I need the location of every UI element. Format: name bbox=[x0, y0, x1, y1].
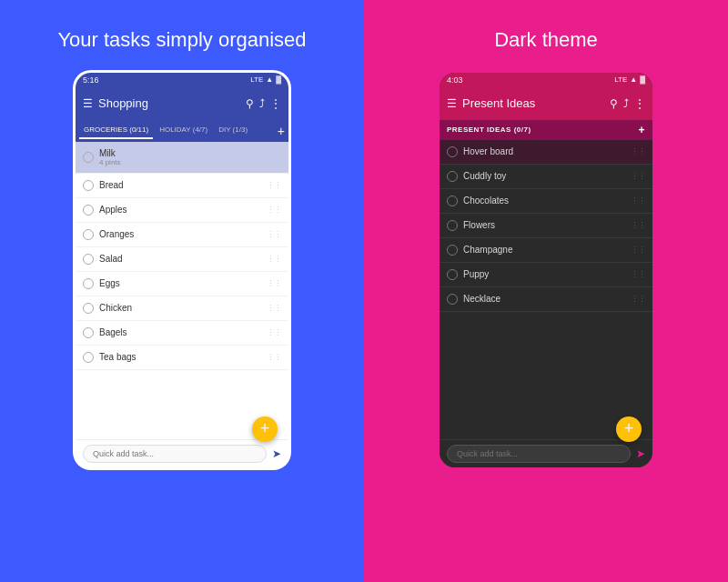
task-text-wrap: Bagels bbox=[99, 327, 261, 337]
left-share-icon[interactable]: ⤴ bbox=[259, 97, 265, 110]
task-circle[interactable] bbox=[447, 245, 458, 256]
task-circle[interactable] bbox=[83, 278, 94, 289]
task-circle[interactable] bbox=[447, 196, 458, 206]
task-name: Flowers bbox=[463, 220, 625, 230]
task-name: Eggs bbox=[99, 278, 261, 288]
task-item: Cuddly toy ⋮⋮ bbox=[440, 165, 652, 189]
task-text-wrap: Necklace bbox=[463, 294, 625, 304]
task-name: Hover board bbox=[463, 146, 625, 156]
right-status-time: 4:03 bbox=[447, 75, 463, 85]
right-lte-icon: LTE bbox=[614, 75, 627, 84]
task-text-wrap: Eggs bbox=[99, 278, 261, 288]
task-text-wrap: Champagne bbox=[463, 245, 625, 255]
drag-icon: ⋮⋮ bbox=[267, 153, 281, 162]
task-circle[interactable] bbox=[447, 269, 458, 280]
task-circle[interactable] bbox=[447, 146, 458, 157]
right-panel: Dark theme 4:03 LTE ▲ ▓ ☰ Present Ideas … bbox=[364, 0, 728, 582]
task-circle[interactable] bbox=[83, 303, 94, 314]
task-item: Milk 4 pints ⋮⋮ bbox=[76, 142, 288, 174]
left-panel: Your tasks simply organised 5:16 LTE ▲ ▓… bbox=[0, 0, 364, 582]
left-search-icon[interactable]: ⚲ bbox=[246, 97, 254, 110]
left-status-time: 5:16 bbox=[83, 75, 99, 85]
task-circle[interactable] bbox=[447, 294, 458, 305]
task-circle[interactable] bbox=[83, 152, 94, 163]
left-fab[interactable]: + bbox=[252, 416, 278, 442]
task-item: Necklace ⋮⋮ bbox=[440, 287, 652, 312]
task-name: Salad bbox=[99, 254, 261, 264]
left-task-list: Milk 4 pints ⋮⋮ Bread ⋮⋮ Apples bbox=[76, 142, 288, 439]
right-phone-bottom: ➤ bbox=[440, 439, 652, 467]
task-circle[interactable] bbox=[447, 171, 458, 182]
left-quick-add-input[interactable] bbox=[83, 445, 267, 463]
task-item: Chicken ⋮⋮ bbox=[76, 296, 288, 321]
right-app-bar-title: Present Ideas bbox=[462, 96, 604, 110]
drag-icon: ⋮⋮ bbox=[267, 255, 281, 264]
drag-icon: ⋮⋮ bbox=[631, 196, 645, 206]
right-list-add-icon[interactable]: + bbox=[638, 124, 645, 136]
left-send-icon[interactable]: ➤ bbox=[272, 447, 281, 460]
left-phone: 5:16 LTE ▲ ▓ ☰ Shopping ⚲ ⤴ ⋮ GROCERIES … bbox=[73, 70, 291, 470]
right-phone: 4:03 LTE ▲ ▓ ☰ Present Ideas ⚲ ⤴ ⋮ PRESE… bbox=[437, 70, 655, 470]
task-name: Puppy bbox=[463, 269, 625, 279]
drag-icon: ⋮⋮ bbox=[631, 221, 645, 230]
tab-diy[interactable]: DIY (1/3) bbox=[214, 122, 252, 139]
left-status-bar: 5:16 LTE ▲ ▓ bbox=[76, 73, 288, 87]
right-fab[interactable]: + bbox=[616, 416, 642, 442]
drag-icon: ⋮⋮ bbox=[267, 353, 281, 362]
drag-icon: ⋮⋮ bbox=[631, 246, 645, 255]
left-menu-icon[interactable]: ☰ bbox=[83, 97, 93, 110]
task-text-wrap: Hover board bbox=[463, 146, 625, 156]
right-list-container: Hover board ⋮⋮ Cuddly toy ⋮⋮ Chocolates bbox=[440, 140, 652, 467]
task-text-wrap: Milk 4 pints bbox=[99, 148, 261, 166]
task-circle[interactable] bbox=[83, 327, 94, 338]
drag-icon: ⋮⋮ bbox=[267, 304, 281, 313]
drag-icon: ⋮⋮ bbox=[631, 295, 645, 304]
task-circle[interactable] bbox=[83, 352, 94, 363]
task-item: Chocolates ⋮⋮ bbox=[440, 189, 652, 214]
task-circle[interactable] bbox=[83, 254, 94, 265]
task-circle[interactable] bbox=[83, 180, 94, 191]
right-search-icon[interactable]: ⚲ bbox=[610, 97, 618, 110]
task-circle[interactable] bbox=[447, 220, 458, 231]
task-name: Bagels bbox=[99, 327, 261, 337]
tab-groceries[interactable]: GROCERIES (0/11) bbox=[79, 122, 153, 139]
task-text-wrap: Chicken bbox=[99, 303, 261, 313]
task-name: Champagne bbox=[463, 245, 625, 255]
task-item: Flowers ⋮⋮ bbox=[440, 214, 652, 238]
right-menu-icon[interactable]: ☰ bbox=[447, 97, 457, 110]
task-item: Puppy ⋮⋮ bbox=[440, 263, 652, 287]
right-share-icon[interactable]: ⤴ bbox=[623, 97, 629, 110]
task-name: Cuddly toy bbox=[463, 171, 625, 181]
drag-icon: ⋮⋮ bbox=[267, 328, 281, 337]
task-name: Tea bags bbox=[99, 352, 261, 362]
right-battery-icon: ▓ bbox=[640, 75, 645, 84]
task-name: Milk bbox=[99, 148, 261, 158]
task-item: Hover board ⋮⋮ bbox=[440, 140, 652, 165]
task-item: Champagne ⋮⋮ bbox=[440, 238, 652, 263]
task-item: Eggs ⋮⋮ bbox=[76, 272, 288, 296]
task-name: Apples bbox=[99, 205, 261, 215]
left-panel-title: Your tasks simply organised bbox=[57, 27, 306, 54]
left-battery-icon: ▓ bbox=[276, 75, 281, 84]
right-more-icon[interactable]: ⋮ bbox=[634, 97, 645, 110]
task-text-wrap: Chocolates bbox=[463, 196, 625, 206]
task-text-wrap: Oranges bbox=[99, 229, 261, 239]
task-circle[interactable] bbox=[83, 205, 94, 216]
task-sub: 4 pints bbox=[99, 158, 261, 166]
left-phone-bottom: ➤ bbox=[76, 439, 288, 467]
task-item: Salad ⋮⋮ bbox=[76, 247, 288, 272]
right-quick-add-input[interactable] bbox=[447, 445, 631, 463]
task-name: Chicken bbox=[99, 303, 261, 313]
task-item: Oranges ⋮⋮ bbox=[76, 223, 288, 247]
left-add-tab-icon[interactable]: + bbox=[278, 124, 285, 138]
right-send-icon[interactable]: ➤ bbox=[636, 447, 645, 460]
left-lte-icon: LTE bbox=[250, 75, 263, 84]
left-app-bar: ☰ Shopping ⚲ ⤴ ⋮ bbox=[76, 87, 288, 120]
left-more-icon[interactable]: ⋮ bbox=[270, 97, 281, 110]
task-text-wrap: Salad bbox=[99, 254, 261, 264]
task-text-wrap: Tea bags bbox=[99, 352, 261, 362]
tab-holiday[interactable]: HOLIDAY (4/7) bbox=[155, 122, 212, 139]
task-circle[interactable] bbox=[83, 229, 94, 240]
task-text-wrap: Apples bbox=[99, 205, 261, 215]
left-list-container: Milk 4 pints ⋮⋮ Bread ⋮⋮ Apples bbox=[76, 142, 288, 467]
